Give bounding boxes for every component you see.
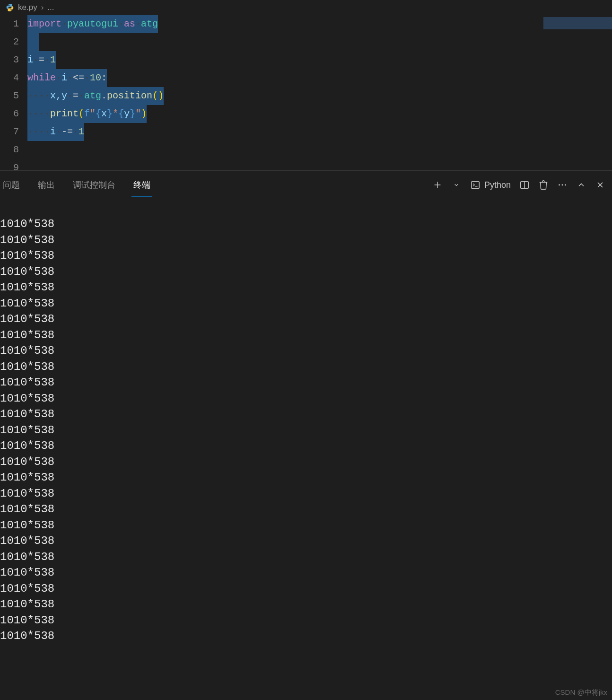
code-line-8[interactable] — [27, 141, 612, 159]
bottom-panel: 问题 输出 调试控制台 终端 Python 1010*5381010*53810… — [0, 170, 612, 698]
breadcrumb-more[interactable]: ... — [47, 3, 54, 12]
terminal-line: 1010*538 — [0, 581, 612, 597]
code-editor[interactable]: 1 2 3 4 5 6 7 8 9 import·pyautogui·as·at… — [0, 15, 612, 170]
more-icon[interactable] — [557, 180, 568, 190]
chevron-right-icon: › — [41, 3, 44, 12]
terminal-line: 1010*538 — [0, 391, 612, 407]
terminal-line: 1010*538 — [0, 216, 612, 232]
code-content[interactable]: import·pyautogui·as·atg i·=·1 while·i·<=… — [27, 15, 612, 170]
code-line-6[interactable]: ····print(f"{x}*{y}") — [27, 105, 612, 123]
terminal-line: 1010*538 — [0, 549, 612, 565]
code-line-5[interactable]: ····x,y·=·atg.position() — [27, 87, 612, 105]
code-line-2[interactable] — [27, 33, 612, 51]
terminal-line: 1010*538 — [0, 565, 612, 581]
line-number: 5 — [0, 87, 19, 105]
terminal-line: 1010*538 — [0, 232, 612, 248]
code-line-4[interactable]: while·i·<=·10: — [27, 69, 612, 87]
terminal-line: 1010*538 — [0, 264, 612, 280]
terminal-line: 1010*538 — [0, 406, 612, 422]
close-icon[interactable] — [595, 180, 605, 190]
terminal-line: 1010*538 — [0, 296, 612, 312]
svg-rect-2 — [472, 182, 480, 189]
terminal-line: 1010*538 — [0, 486, 612, 502]
terminal-line: 1010*538 — [0, 517, 612, 534]
code-line-7[interactable]: ····i·-=·1 — [27, 123, 612, 141]
terminal-line: 1010*538 — [0, 438, 612, 454]
terminal-line: 1010*538 — [0, 248, 612, 264]
python-file-icon — [6, 3, 14, 12]
code-line-3[interactable]: i·=·1 — [27, 51, 612, 69]
terminal-line: 1010*538 — [0, 501, 612, 517]
line-number: 3 — [0, 51, 19, 69]
line-number: 9 — [0, 159, 19, 177]
watermark: CSDN @中将jkx — [555, 688, 607, 697]
terminal-line: 1010*538 — [0, 470, 612, 486]
terminal-line: 1010*538 — [0, 327, 612, 343]
terminal-line: 1010*538 — [0, 311, 612, 327]
terminal-line: 1010*538 — [0, 359, 612, 375]
terminal-line: 1010*538 — [0, 612, 612, 629]
terminal-line: 1010*538 — [0, 422, 612, 438]
chevron-down-icon[interactable] — [451, 180, 462, 190]
split-terminal-icon[interactable] — [519, 180, 530, 190]
line-number: 1 — [0, 15, 19, 33]
panel-actions: Python — [432, 180, 612, 190]
line-number: 4 — [0, 69, 19, 87]
terminal-kind[interactable]: Python — [470, 180, 511, 190]
line-number: 2 — [0, 33, 19, 51]
line-number: 7 — [0, 123, 19, 141]
svg-point-8 — [565, 184, 566, 186]
new-terminal-icon[interactable] — [432, 180, 443, 190]
chevron-up-icon[interactable] — [576, 180, 586, 190]
terminal-line: 1010*538 — [0, 596, 612, 612]
breadcrumb-file[interactable]: ke.py — [18, 3, 37, 12]
terminal-line: 1010*538 — [0, 628, 612, 644]
terminal-line: 1010*538 — [0, 280, 612, 296]
terminal-line: 1010*538 — [0, 454, 612, 470]
trash-icon[interactable] — [538, 180, 549, 190]
terminal-line: 1010*538 — [0, 533, 612, 549]
code-line-1[interactable]: import·pyautogui·as·atg — [27, 15, 612, 33]
line-number: 8 — [0, 141, 19, 159]
line-number: 6 — [0, 105, 19, 123]
breadcrumb: ke.py › ... — [0, 0, 612, 15]
terminal-line: 1010*538 — [0, 375, 612, 391]
terminal-line: 1010*538 — [0, 343, 612, 359]
code-line-9[interactable] — [27, 159, 612, 177]
line-number-gutter: 1 2 3 4 5 6 7 8 9 — [0, 15, 27, 170]
terminal-output[interactable]: 1010*5381010*5381010*5381010*5381010*538… — [0, 199, 612, 698]
svg-point-6 — [559, 184, 560, 186]
svg-point-7 — [562, 184, 563, 186]
